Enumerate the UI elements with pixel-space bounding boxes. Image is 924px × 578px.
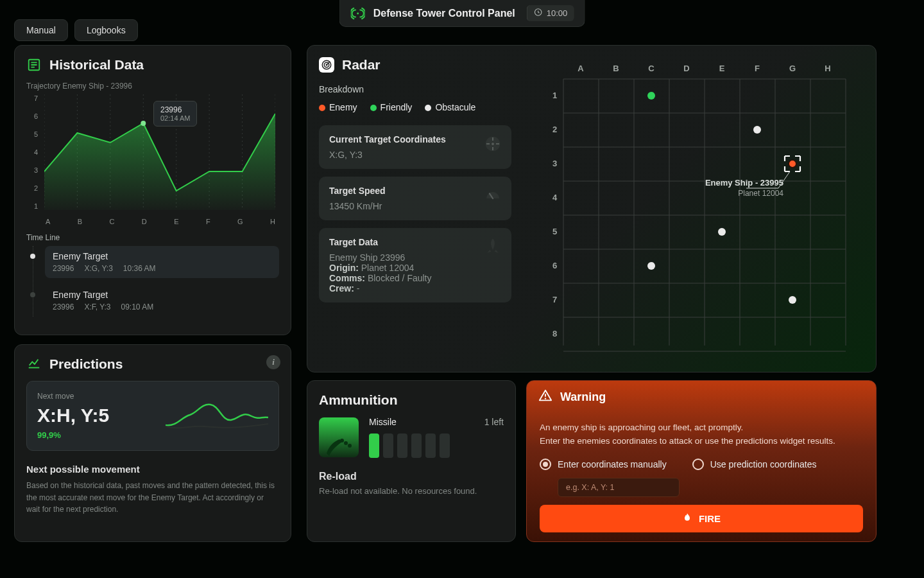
svg-text:F: F <box>755 64 760 73</box>
prediction-value: X:H, Y:5 <box>37 405 155 426</box>
timeline-item-time: 10:36 AM <box>123 264 156 273</box>
crew-value: - <box>357 283 360 293</box>
fire-button-label: FIRE <box>699 513 721 524</box>
svg-point-56 <box>545 398 546 399</box>
warning-panel: Warning An enemy ship is approaching our… <box>526 380 877 542</box>
ammo-name: Missile <box>369 417 397 427</box>
svg-text:3: 3 <box>552 159 557 168</box>
radar-point-obstacle[interactable] <box>647 262 655 270</box>
svg-text:A: A <box>578 64 584 73</box>
legend-obstacle: Obstacule <box>425 102 475 112</box>
historical-panel: Historical Data Trajectory Enemy Ship - … <box>14 45 291 335</box>
radio-prediction-label: Use prediction coordinates <box>710 459 817 469</box>
origin-value: Planet 12004 <box>361 263 415 273</box>
comms-value: Blocked / Faulty <box>368 273 432 283</box>
svg-text:D: D <box>683 64 689 73</box>
radar-legend: Enemy Friendly Obstacule <box>319 102 511 112</box>
timeline-item-id: 23996 <box>53 302 74 311</box>
prediction-card: Next move X:H, Y:5 99,9% <box>26 381 279 451</box>
radio-icon <box>540 459 551 470</box>
timer-badge: 10:00 <box>527 5 574 21</box>
coordinates-input[interactable] <box>558 478 680 497</box>
svg-point-52 <box>340 439 344 442</box>
radio-icon <box>692 459 704 470</box>
svg-text:6: 6 <box>552 261 557 270</box>
radio-manual[interactable]: Enter coordinates manually <box>540 459 667 470</box>
svg-text:E: E <box>719 64 725 73</box>
svg-text:B: B <box>613 64 619 73</box>
chart-tooltip: 23996 02:14 AM <box>153 101 197 127</box>
svg-text:2: 2 <box>552 125 557 134</box>
crosshair-icon <box>483 134 502 153</box>
manual-button[interactable]: Manual <box>14 19 68 41</box>
svg-text:4: 4 <box>552 193 558 202</box>
ammunition-panel: Ammunition Missile 1 left Re-load Re-loa… <box>307 380 516 542</box>
predictions-title: Predictions <box>49 356 123 372</box>
radar-col-labels: AB CD EF GH <box>578 64 830 73</box>
target-data-card: Target Data Enemy Ship 23996 Origin: Pla… <box>319 228 511 302</box>
radar-panel: Radar Breakdown Enemy Friendly Obstacule… <box>307 45 877 372</box>
reload-message: Re-load not available. No resources foun… <box>319 486 504 496</box>
speed-card-title: Target Speed <box>329 186 501 196</box>
radar-point-obstacle[interactable] <box>753 126 761 134</box>
radar-target-sublabel: Planet 12004 <box>738 189 783 198</box>
legend-enemy: Enemy <box>319 102 357 112</box>
svg-text:7: 7 <box>552 295 557 304</box>
coord-card-title: Current Target Coordinates <box>329 134 501 144</box>
warning-icon <box>538 389 552 406</box>
timeline-item-label: Enemy Target <box>53 251 271 261</box>
logbooks-button[interactable]: Logbooks <box>74 19 138 41</box>
target-data-name: Enemy Ship 23996 <box>329 252 501 263</box>
predictions-subtitle: Next possible movement <box>26 464 279 475</box>
list-icon <box>26 57 42 73</box>
radar-point-obstacle[interactable] <box>789 296 796 304</box>
radio-prediction[interactable]: Use prediction coordinates <box>692 459 817 470</box>
ammo-bars <box>369 434 504 458</box>
svg-text:5: 5 <box>552 227 557 236</box>
radar-point-friendly[interactable] <box>647 92 655 100</box>
radar-title: Radar <box>342 57 381 73</box>
warning-message: An enemy ship is approaching our fleet, … <box>540 421 863 448</box>
fire-button[interactable]: FIRE <box>540 505 863 532</box>
chart-y-axis: 7654321 <box>26 94 38 210</box>
ammunition-title: Ammunition <box>319 392 397 408</box>
prediction-sparkline <box>166 397 268 435</box>
historical-title: Historical Data <box>49 57 144 73</box>
historical-chart: 7654321 <box>26 94 279 229</box>
svg-text:8: 8 <box>552 329 557 338</box>
timeline-item[interactable]: Enemy Target 23996 X:F, Y:3 09:10 AM <box>45 285 279 317</box>
svg-point-51 <box>789 160 796 168</box>
target-data-title: Target Data <box>329 237 501 247</box>
fire-icon <box>682 512 692 525</box>
radio-manual-label: Enter coordinates manually <box>558 459 667 469</box>
app-title: Defense Tower Control Panel <box>373 8 515 19</box>
reload-title: Re-load <box>319 471 504 482</box>
radar-point-obstacle[interactable] <box>718 228 726 236</box>
timeline-item-coord: X:F, Y:3 <box>84 302 110 311</box>
predictions-panel: Predictions i Next move X:H, Y:5 99,9% N… <box>14 344 291 542</box>
chart-tooltip-id: 23996 <box>160 105 190 114</box>
svg-point-54 <box>348 444 352 448</box>
breakdown-label: Breakdown <box>319 84 511 94</box>
timeline-item-time: 09:10 AM <box>121 302 154 311</box>
timeline-title: Time Line <box>26 233 279 242</box>
radar-target-marker[interactable] <box>785 156 800 171</box>
info-icon[interactable]: i <box>266 355 280 369</box>
timeline-item-id: 23996 <box>53 264 74 273</box>
timeline-item-coord: X:G, Y:3 <box>84 264 112 273</box>
chart-tooltip-time: 02:14 AM <box>160 114 190 122</box>
rocket-icon <box>483 237 502 256</box>
historical-chart-caption: Trajectory Enemy Ship - 23996 <box>26 82 279 91</box>
timeline-item[interactable]: Enemy Target 23996 X:G, Y:3 10:36 AM <box>45 246 279 278</box>
warning-title: Warning <box>560 390 606 404</box>
gauge-icon <box>483 186 502 205</box>
radar-grid[interactable]: AB CD EF GH 1234 5678 <box>541 60 862 355</box>
prediction-caption: Next move <box>37 392 155 401</box>
coord-card-value: X:G, Y:3 <box>329 150 501 160</box>
missile-icon <box>319 417 359 457</box>
svg-point-16 <box>492 143 494 145</box>
radar-icon <box>319 57 334 73</box>
timeline-item-label: Enemy Target <box>53 290 271 300</box>
tab-buttons: Manual Logbooks <box>14 19 138 41</box>
comms-label: Comms: <box>329 273 365 283</box>
